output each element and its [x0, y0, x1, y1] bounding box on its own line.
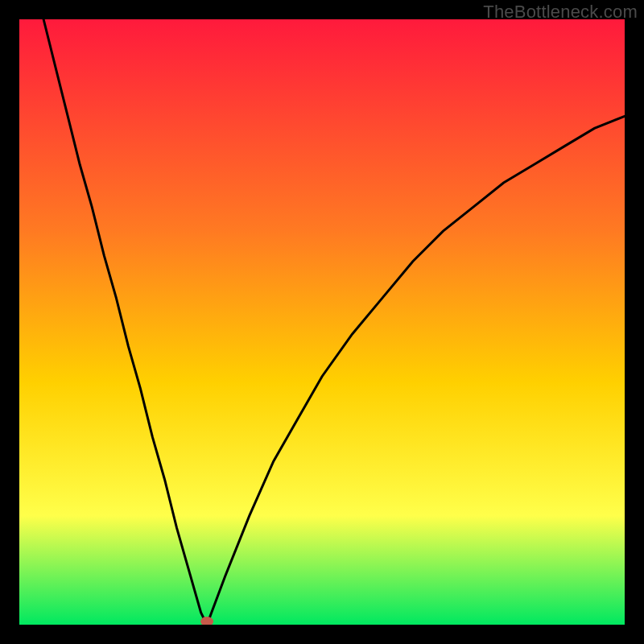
chart-frame	[19, 19, 625, 625]
gradient-background	[19, 19, 625, 625]
bottleneck-chart	[19, 19, 625, 625]
watermark-text: TheBottleneck.com	[483, 2, 638, 23]
